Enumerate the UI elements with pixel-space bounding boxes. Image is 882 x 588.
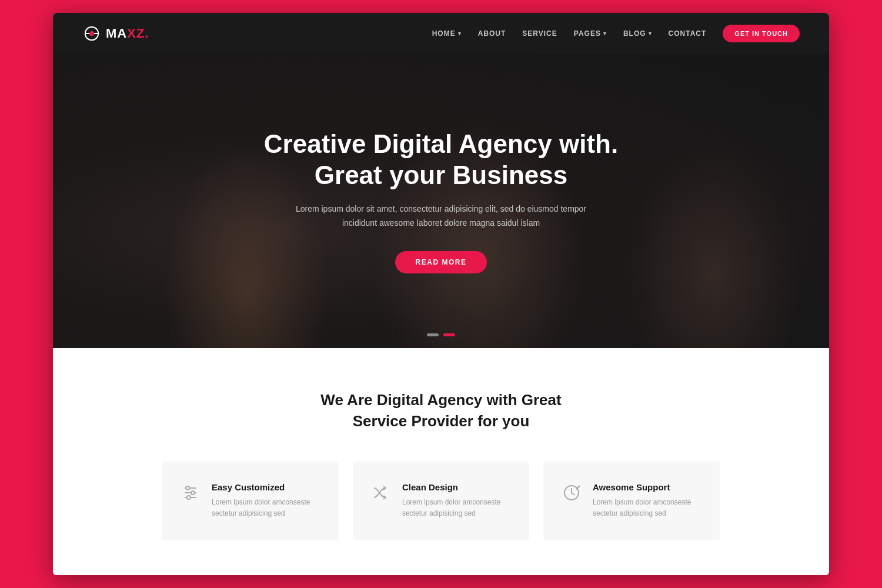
nav-contact[interactable]: CONTACT xyxy=(669,29,707,38)
nav-service[interactable]: SERVICE xyxy=(522,29,557,38)
nav-links: HOME ▾ ABOUT SERVICE PAGES ▾ BLOG ▾ CONT… xyxy=(432,25,800,42)
feature-cards-row: Easy Customized Lorem ipsum dolor amcons… xyxy=(147,462,735,540)
card-clean-design-text: Lorem ipsum dolor amconseste sectetur ad… xyxy=(402,497,512,519)
svg-point-7 xyxy=(186,486,189,490)
about-title: We Are Digital Agency with Great Service… xyxy=(76,389,806,432)
hero-subtitle: Lorem ipsum dolor sit amet, consectetur … xyxy=(264,202,618,230)
sliders-icon xyxy=(180,482,201,503)
svg-line-12 xyxy=(572,493,574,495)
navbar: MAXZ. HOME ▾ ABOUT SERVICE PAGES ▾ BLOG … xyxy=(53,13,829,54)
home-dropdown-arrow: ▾ xyxy=(458,31,462,36)
shuffle-icon xyxy=(370,482,392,503)
card-awesome-support: Awesome Support Lorem ipsum dolor amcons… xyxy=(543,462,720,540)
card-clean-design-title: Clean Design xyxy=(402,482,512,492)
nav-blog[interactable]: BLOG ▾ xyxy=(623,29,652,38)
nav-pages[interactable]: PAGES ▾ xyxy=(574,29,607,38)
card-awesome-support-body: Awesome Support Lorem ipsum dolor amcons… xyxy=(593,482,702,519)
card-awesome-support-text: Lorem ipsum dolor amconseste sectetur ad… xyxy=(593,497,702,519)
pages-dropdown-arrow: ▾ xyxy=(603,31,607,36)
card-easy-customized-title: Easy Customized xyxy=(212,482,321,492)
logo[interactable]: MAXZ. xyxy=(82,24,149,43)
card-easy-customized-text: Lorem ipsum dolor amconseste sectetur ad… xyxy=(212,497,321,519)
hero-read-more-button[interactable]: READ MORE xyxy=(395,251,487,273)
card-easy-customized-body: Easy Customized Lorem ipsum dolor amcons… xyxy=(212,482,321,519)
hero-content: Creative Digital Agency with. Great your… xyxy=(252,129,630,273)
card-easy-customized: Easy Customized Lorem ipsum dolor amcons… xyxy=(162,462,339,540)
hero-title: Creative Digital Agency with. Great your… xyxy=(264,129,618,191)
card-awesome-support-title: Awesome Support xyxy=(593,482,702,492)
logo-text: MAXZ. xyxy=(106,26,149,41)
nav-about[interactable]: ABOUT xyxy=(478,29,506,38)
blog-dropdown-arrow: ▾ xyxy=(649,31,652,36)
nav-home[interactable]: HOME ▾ xyxy=(432,29,462,38)
about-section: We Are Digital Agency with Great Service… xyxy=(53,348,829,575)
svg-point-9 xyxy=(187,496,191,499)
card-clean-design-body: Clean Design Lorem ipsum dolor amconsest… xyxy=(402,482,512,519)
hero-dot-1[interactable] xyxy=(427,333,439,336)
hero-section: Creative Digital Agency with. Great your… xyxy=(53,54,829,348)
clock-icon xyxy=(561,482,582,503)
logo-icon xyxy=(82,24,101,43)
get-in-touch-button[interactable]: GET IN TOUCH xyxy=(723,25,800,42)
browser-window: MAXZ. HOME ▾ ABOUT SERVICE PAGES ▾ BLOG … xyxy=(53,13,829,575)
hero-dot-2[interactable] xyxy=(443,333,455,336)
card-clean-design: Clean Design Lorem ipsum dolor amconsest… xyxy=(353,462,529,540)
svg-point-8 xyxy=(191,491,195,495)
hero-dots xyxy=(427,333,455,336)
svg-point-1 xyxy=(89,31,94,36)
